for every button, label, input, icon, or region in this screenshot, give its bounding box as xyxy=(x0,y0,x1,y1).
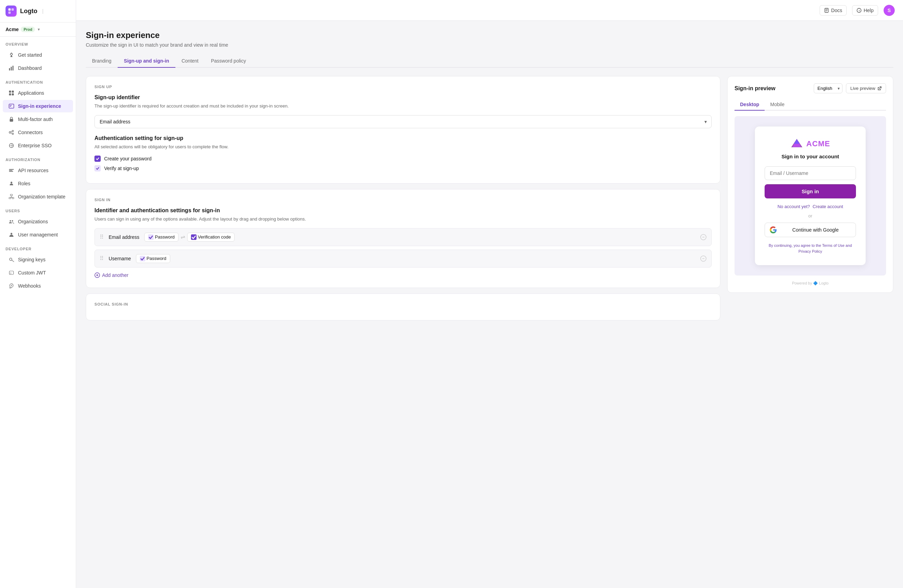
drag-handle-username[interactable]: ⠿ xyxy=(100,255,104,262)
sidebar-item-label-roles: Roles xyxy=(18,181,30,186)
method-label-verification: Verification code xyxy=(198,234,231,240)
svg-rect-21 xyxy=(9,169,14,170)
sidebar-item-enterprise-sso[interactable]: Enterprise SSO xyxy=(3,139,73,152)
checkmark-light-icon xyxy=(96,166,100,171)
sidebar-item-label-dashboard: Dashboard xyxy=(18,65,42,71)
signin-identifier-username: Username xyxy=(109,256,131,261)
svg-point-16 xyxy=(12,130,14,132)
svg-rect-9 xyxy=(9,93,11,96)
method-check-password[interactable] xyxy=(148,234,154,240)
add-another-button[interactable]: Add another xyxy=(94,271,712,279)
method-tag-password-email: Password xyxy=(144,233,179,241)
remove-username-row-button[interactable] xyxy=(700,256,706,262)
preview-email-input[interactable] xyxy=(765,166,856,180)
preview-title: Sign-in preview xyxy=(735,85,776,92)
logo-area: Logto | xyxy=(0,0,76,22)
signin-identifier-email: Email address xyxy=(109,234,139,240)
signin-identifier-desc: Users can sign in using any of the optio… xyxy=(94,216,712,223)
preview-logo-area: ACME xyxy=(765,138,856,150)
sidebar-item-custom-jwt[interactable]: {} Custom JWT xyxy=(3,267,73,279)
sidebar-item-connectors[interactable]: Connectors xyxy=(3,126,73,139)
preview-sign-in-button[interactable]: Sign in xyxy=(765,184,856,198)
tab-password-policy[interactable]: Password policy xyxy=(205,55,252,68)
sidebar-item-applications[interactable]: Applications xyxy=(3,87,73,99)
checkbox-verify-signup-box[interactable] xyxy=(94,165,101,171)
svg-point-15 xyxy=(9,132,11,133)
preview-logo-icon xyxy=(791,138,803,150)
checkbox-create-password: Create your password xyxy=(94,155,712,162)
sidebar-item-label-connectors: Connectors xyxy=(18,130,43,135)
sidebar-item-label-applications: Applications xyxy=(18,90,44,96)
sidebar-item-dashboard[interactable]: Dashboard xyxy=(3,62,73,74)
sidebar: Logto | Acme Prod ▾ OVERVIEW Get started… xyxy=(0,0,76,588)
tab-content[interactable]: Content xyxy=(175,55,205,68)
preview-google-button[interactable]: Continue with Google xyxy=(765,223,856,237)
svg-point-30 xyxy=(10,220,11,221)
checkbox-create-password-label: Create your password xyxy=(104,156,151,162)
users-icon xyxy=(8,232,14,238)
jwt-icon: {} xyxy=(8,270,14,276)
sidebar-item-label-user-mgmt: User management xyxy=(18,232,58,237)
sidebar-item-webhooks[interactable]: Webhooks xyxy=(3,280,73,292)
preview-tab-mobile[interactable]: Mobile xyxy=(765,99,790,111)
tab-branding[interactable]: Branding xyxy=(86,55,118,68)
org-icon xyxy=(8,194,14,200)
checkbox-create-password-box[interactable] xyxy=(94,155,101,162)
preview-create-link[interactable]: Create account xyxy=(813,204,843,209)
sidebar-section-users: USERS xyxy=(0,203,76,215)
sidebar-item-signing-keys[interactable]: Signing keys xyxy=(3,253,73,266)
svg-rect-2 xyxy=(8,11,11,14)
live-preview-button[interactable]: Live preview xyxy=(846,83,886,93)
sidebar-item-user-management[interactable]: User management xyxy=(3,229,73,241)
preview-terms-link[interactable]: Terms of Use xyxy=(822,243,845,248)
method-check-verification[interactable] xyxy=(191,234,197,240)
chart-icon xyxy=(8,65,14,71)
signin-row-username: ⠿ Username Password xyxy=(94,249,712,268)
svg-rect-0 xyxy=(8,8,11,11)
right-column: Sign-in preview English ▾ Live preview xyxy=(727,76,893,578)
main-content: Docs ? Help S Sign-in experience Customi… xyxy=(76,0,903,588)
signup-card: SIGN UP Sign-up identifier The sign-up i… xyxy=(86,76,721,183)
tab-signup-signin[interactable]: Sign-up and sign-in xyxy=(118,55,175,68)
preview-brand-name: ACME xyxy=(807,139,831,148)
method-checkmark-verification-icon xyxy=(191,234,197,240)
preview-privacy-link[interactable]: Privacy Policy xyxy=(799,249,822,253)
identifier-select[interactable]: Email address Username Phone number xyxy=(94,115,712,128)
sidebar-item-label-jwt: Custom JWT xyxy=(18,270,46,276)
tenant-badge: Prod xyxy=(21,27,35,32)
roles-icon xyxy=(8,180,14,187)
drag-handle-email[interactable]: ⠿ xyxy=(100,234,104,240)
sidebar-item-roles[interactable]: Roles xyxy=(3,177,73,190)
svg-point-31 xyxy=(12,220,13,221)
sidebar-item-organizations[interactable]: Organizations xyxy=(3,215,73,228)
method-label-password-username: Password xyxy=(147,256,167,261)
user-avatar[interactable]: S xyxy=(884,5,895,16)
svg-rect-7 xyxy=(9,91,11,93)
logo-text: Logto xyxy=(20,8,37,15)
tenant-selector[interactable]: Acme Prod ▾ xyxy=(0,22,76,37)
signin-identifier-title: Identifier and authentication settings f… xyxy=(94,207,712,214)
social-section-label: SOCIAL SIGN-IN xyxy=(94,302,712,306)
auth-setting-desc: All selected actions will be obligatory … xyxy=(94,143,712,151)
method-check-password-username[interactable] xyxy=(140,256,145,261)
sidebar-item-sign-in-experience[interactable]: Sign-in experience xyxy=(3,100,73,112)
tenant-chevron-icon: ▾ xyxy=(38,27,40,32)
svg-rect-13 xyxy=(10,106,11,107)
help-button[interactable]: ? Help xyxy=(852,5,878,16)
main-tabs: Branding Sign-up and sign-in Content Pas… xyxy=(86,55,893,68)
sidebar-item-api-resources[interactable]: API resources xyxy=(3,164,73,177)
sidebar-item-label-api: API resources xyxy=(18,168,49,173)
svg-rect-8 xyxy=(12,91,14,93)
sidebar-item-org-template[interactable]: Organization template xyxy=(3,190,73,203)
method-checkmark-username-icon xyxy=(140,256,145,261)
sidebar-item-mfa[interactable]: Multi-factor auth xyxy=(3,113,73,125)
remove-email-row-button[interactable] xyxy=(700,234,706,240)
preview-screen: ACME Sign in to your account document.qu… xyxy=(735,116,886,276)
sidebar-item-get-started[interactable]: Get started xyxy=(3,49,73,61)
docs-button[interactable]: Docs xyxy=(820,5,846,16)
key-icon xyxy=(8,257,14,263)
preview-tab-desktop[interactable]: Desktop xyxy=(735,99,765,111)
lock-icon xyxy=(8,116,14,122)
language-select[interactable]: English xyxy=(814,83,842,93)
svg-rect-10 xyxy=(12,93,14,96)
